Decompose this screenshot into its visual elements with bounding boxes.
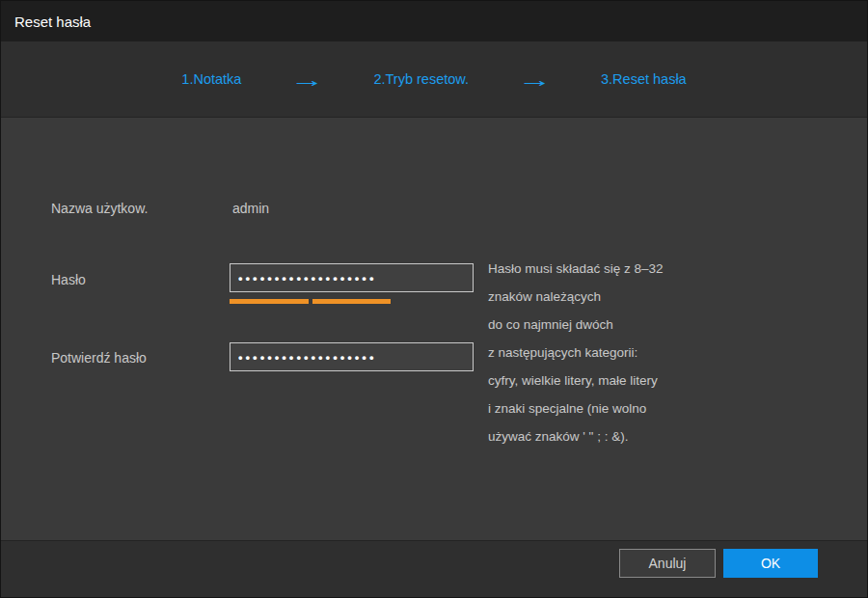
confirm-password-label: Potwierdź hasło — [51, 350, 147, 366]
hint-line: Hasło musi składać się z 8–32 — [488, 255, 758, 283]
steps-bar: 1.Notatka → 2.Tryb resetow. → 3.Reset ha… — [1, 41, 867, 118]
strength-segment-empty — [394, 299, 474, 304]
step-3-reset-hasla: 3.Reset hasła — [601, 71, 687, 87]
hint-line: do co najmniej dwóch — [488, 311, 758, 339]
dialog-footer: Anuluj OK — [1, 540, 867, 597]
password-strength-meter — [230, 299, 474, 304]
hint-line: znaków należących — [488, 283, 758, 311]
cancel-button[interactable]: Anuluj — [619, 549, 716, 578]
step-2-tryb-resetowania: 2.Tryb resetow. — [373, 71, 469, 87]
dialog-content: Nazwa użytkow. admin Hasło Potwierdź has… — [1, 119, 867, 540]
dialog-title: Reset hasła — [14, 14, 91, 30]
confirm-password-input[interactable] — [230, 342, 474, 371]
username-value: admin — [232, 201, 269, 216]
arrow-right-icon: → — [518, 69, 553, 90]
strength-segment-filled — [312, 299, 392, 304]
password-input[interactable] — [230, 263, 474, 292]
step-1-notatka: 1.Notatka — [181, 71, 241, 87]
arrow-right-icon: → — [290, 69, 325, 90]
password-requirements-hint: Hasło musi składać się z 8–32 znaków nal… — [488, 255, 758, 450]
dialog-titlebar: Reset hasła — [1, 1, 867, 41]
hint-line: używać znaków ' " ; : &). — [488, 422, 758, 450]
username-label: Nazwa użytkow. — [51, 201, 148, 216]
hint-line: cyfry, wielkie litery, małe litery — [488, 367, 758, 394]
strength-segment-filled — [230, 299, 309, 304]
ok-button[interactable]: OK — [723, 549, 818, 578]
reset-password-dialog: Reset hasła 1.Notatka → 2.Tryb resetow. … — [0, 0, 868, 598]
hint-line: i znaki specjalne (nie wolno — [488, 394, 758, 422]
hint-line: z następujących kategorii: — [488, 339, 758, 367]
password-label: Hasło — [51, 272, 86, 287]
